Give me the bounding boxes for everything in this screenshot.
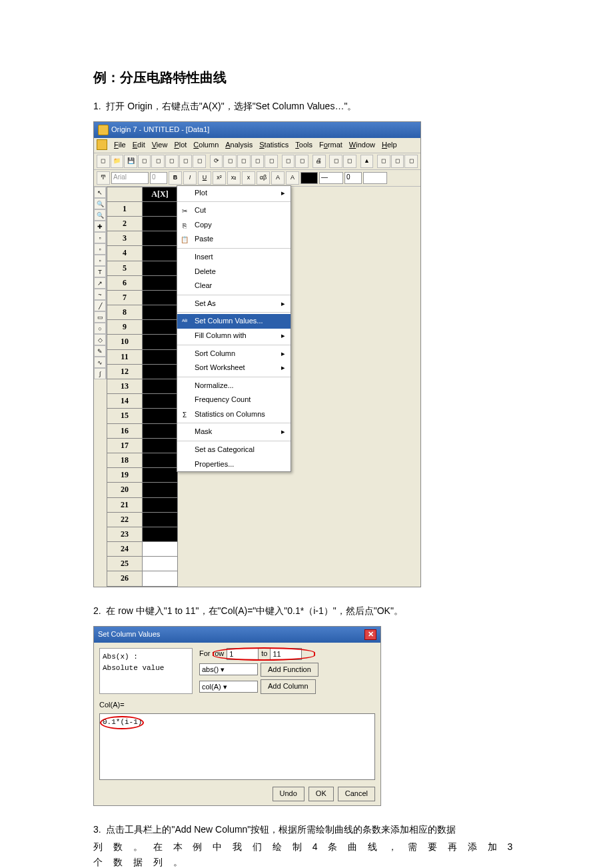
cell[interactable] bbox=[143, 453, 178, 467]
row-header[interactable]: 5 bbox=[107, 261, 143, 275]
row-header[interactable]: 6 bbox=[107, 275, 143, 290]
cell[interactable] bbox=[143, 483, 178, 497]
tb-b5[interactable]: ◻ bbox=[151, 155, 165, 168]
row-header[interactable]: 20 bbox=[107, 483, 143, 497]
fmt-sub[interactable]: x₂ bbox=[227, 171, 241, 185]
row-header[interactable]: 2 bbox=[107, 216, 143, 231]
st-5[interactable]: ▫ bbox=[94, 232, 106, 243]
fmt-x12[interactable]: x bbox=[242, 171, 255, 185]
menu-analysis[interactable]: Analysis bbox=[225, 139, 253, 151]
ctx-plot[interactable]: Plot▸ bbox=[177, 186, 291, 201]
fmt-sup[interactable]: x² bbox=[213, 171, 226, 185]
fill-box[interactable] bbox=[363, 172, 387, 184]
cell[interactable] bbox=[143, 557, 178, 571]
fmt-a2[interactable]: A bbox=[286, 171, 299, 185]
tb-b18[interactable]: ◻ bbox=[343, 155, 356, 168]
tb-b22[interactable]: ◻ bbox=[404, 155, 418, 168]
ok-button[interactable]: OK bbox=[308, 787, 334, 801]
row-header[interactable]: 15 bbox=[107, 409, 143, 423]
row-header[interactable]: 14 bbox=[107, 394, 143, 409]
tb-b11[interactable]: ◻ bbox=[237, 155, 251, 168]
cell[interactable] bbox=[143, 231, 178, 246]
cell[interactable] bbox=[143, 542, 178, 557]
tb-b19[interactable]: ▲ bbox=[360, 155, 374, 168]
fmt-underline[interactable]: U bbox=[198, 171, 211, 185]
col-header-a[interactable]: A[X] bbox=[143, 187, 178, 201]
ctx-sort-worksheet[interactable]: Sort Worksheet▸ bbox=[177, 361, 291, 375]
cell[interactable] bbox=[143, 201, 178, 216]
tb-print[interactable]: 🖨 bbox=[312, 155, 326, 168]
tb-b7[interactable]: ◻ bbox=[179, 155, 193, 168]
ctx-normalize[interactable]: Normalize... bbox=[177, 379, 291, 393]
ctx-mask[interactable]: Mask▸ bbox=[177, 425, 291, 439]
cell[interactable] bbox=[143, 468, 178, 483]
font-name[interactable]: Arial bbox=[111, 172, 149, 184]
row-header[interactable]: 12 bbox=[107, 364, 143, 379]
st-curve[interactable]: ~ bbox=[94, 289, 106, 300]
menu-format[interactable]: Format bbox=[319, 139, 342, 151]
tb-b21[interactable]: ◻ bbox=[391, 155, 404, 168]
tb-b20[interactable]: ◻ bbox=[377, 155, 390, 168]
cell[interactable] bbox=[143, 349, 178, 364]
tb-b9[interactable]: ⟳ bbox=[210, 155, 223, 168]
cell[interactable] bbox=[143, 512, 178, 527]
st-zoomin[interactable]: 🔍 bbox=[94, 198, 106, 209]
row-header[interactable]: 21 bbox=[107, 497, 143, 512]
line-w[interactable]: 0 bbox=[344, 172, 362, 184]
row-header[interactable]: 9 bbox=[107, 320, 143, 335]
row-header[interactable]: 16 bbox=[107, 423, 143, 438]
menu-file[interactable]: File bbox=[114, 139, 126, 151]
st-cross[interactable]: ✚ bbox=[94, 221, 106, 232]
st-s[interactable]: ∫ bbox=[94, 368, 106, 379]
ctx-stats-columns[interactable]: ΣStatistics on Columns bbox=[177, 407, 291, 422]
add-function-button[interactable]: Add Function bbox=[261, 663, 318, 677]
st-circle[interactable]: ○ bbox=[94, 323, 106, 334]
row-header[interactable]: 1 bbox=[107, 201, 143, 216]
cell[interactable] bbox=[143, 320, 178, 335]
row-header[interactable]: 13 bbox=[107, 379, 143, 394]
st-free[interactable]: ✎ bbox=[94, 345, 106, 357]
ctx-clear[interactable]: Clear bbox=[177, 279, 291, 293]
tb-open[interactable]: 📁 bbox=[111, 155, 124, 168]
row-from-input[interactable]: 1 bbox=[227, 648, 259, 660]
fmt-bold[interactable]: B bbox=[169, 171, 182, 185]
row-header[interactable]: 3 bbox=[107, 231, 143, 246]
fmt-text[interactable]: Ͳ bbox=[97, 171, 110, 185]
ctx-delete[interactable]: Delete bbox=[177, 265, 291, 279]
undo-button[interactable]: Undo bbox=[273, 787, 305, 801]
ctx-copy[interactable]: ⎘Copy bbox=[177, 218, 291, 233]
st-rect[interactable]: ▭ bbox=[94, 311, 106, 323]
st-7[interactable]: ▫ bbox=[94, 255, 106, 266]
tb-b6[interactable]: ◻ bbox=[165, 155, 179, 168]
st-zoomout[interactable]: 🔍 bbox=[94, 209, 106, 221]
function-select[interactable]: abs() ▾ bbox=[199, 663, 258, 675]
cell[interactable] bbox=[143, 216, 178, 231]
tb-b17[interactable]: ◻ bbox=[329, 155, 342, 168]
ctx-paste[interactable]: 📋Paste bbox=[177, 232, 291, 247]
tb-b8[interactable]: ◻ bbox=[193, 155, 206, 168]
ctx-freq-count[interactable]: Frequency Count bbox=[177, 393, 291, 407]
ctx-insert[interactable]: Insert bbox=[177, 250, 291, 265]
cell[interactable] bbox=[143, 409, 178, 423]
fmt-italic[interactable]: I bbox=[183, 171, 197, 185]
formula-input[interactable]: 0.1*(i-1) bbox=[99, 713, 375, 780]
st-pointer[interactable]: ↖ bbox=[94, 187, 106, 198]
row-header[interactable]: 23 bbox=[107, 527, 143, 541]
close-icon[interactable]: ✕ bbox=[364, 629, 376, 640]
line-style[interactable]: — bbox=[319, 172, 343, 184]
tb-save[interactable]: 💾 bbox=[124, 155, 137, 168]
cell[interactable] bbox=[143, 497, 178, 512]
ctx-set-column-values[interactable]: ᴬᴮSet Column Values... bbox=[177, 314, 291, 329]
st-6[interactable]: ▫ bbox=[94, 243, 106, 255]
tb-b14[interactable]: ◻ bbox=[282, 155, 295, 168]
cell[interactable] bbox=[143, 571, 178, 586]
cancel-button[interactable]: Cancel bbox=[338, 787, 375, 801]
cell[interactable] bbox=[143, 290, 178, 305]
row-header[interactable]: 7 bbox=[107, 290, 143, 305]
cell[interactable] bbox=[143, 394, 178, 409]
cell[interactable] bbox=[143, 364, 178, 379]
row-header[interactable]: 18 bbox=[107, 453, 143, 467]
tb-b12[interactable]: ◻ bbox=[251, 155, 265, 168]
tb-b4[interactable]: ◻ bbox=[138, 155, 151, 168]
menu-window[interactable]: Window bbox=[349, 139, 375, 151]
